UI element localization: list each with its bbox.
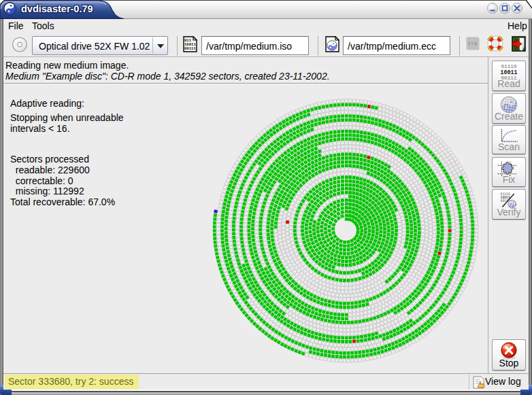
- svg-text:10011: 10011: [501, 69, 518, 75]
- svg-text:?!0: ?!0: [467, 41, 478, 47]
- svg-text:00111: 00111: [184, 46, 196, 51]
